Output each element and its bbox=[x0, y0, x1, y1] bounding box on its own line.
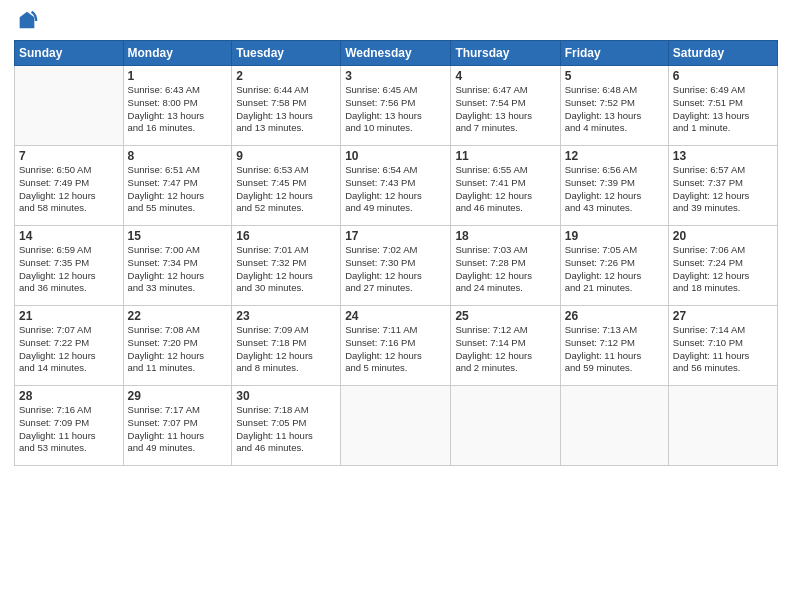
cell-info: Sunrise: 6:59 AM Sunset: 7:35 PM Dayligh… bbox=[19, 244, 119, 295]
calendar-cell: 16Sunrise: 7:01 AM Sunset: 7:32 PM Dayli… bbox=[232, 226, 341, 306]
cell-date: 17 bbox=[345, 229, 446, 243]
cell-info: Sunrise: 7:14 AM Sunset: 7:10 PM Dayligh… bbox=[673, 324, 773, 375]
calendar-cell: 24Sunrise: 7:11 AM Sunset: 7:16 PM Dayli… bbox=[341, 306, 451, 386]
cell-info: Sunrise: 6:44 AM Sunset: 7:58 PM Dayligh… bbox=[236, 84, 336, 135]
logo-icon bbox=[16, 10, 38, 32]
cell-date: 28 bbox=[19, 389, 119, 403]
calendar-cell: 25Sunrise: 7:12 AM Sunset: 7:14 PM Dayli… bbox=[451, 306, 560, 386]
calendar-cell: 29Sunrise: 7:17 AM Sunset: 7:07 PM Dayli… bbox=[123, 386, 232, 466]
cell-info: Sunrise: 7:16 AM Sunset: 7:09 PM Dayligh… bbox=[19, 404, 119, 455]
cell-info: Sunrise: 7:06 AM Sunset: 7:24 PM Dayligh… bbox=[673, 244, 773, 295]
cell-date: 20 bbox=[673, 229, 773, 243]
cell-date: 21 bbox=[19, 309, 119, 323]
cell-info: Sunrise: 7:07 AM Sunset: 7:22 PM Dayligh… bbox=[19, 324, 119, 375]
cell-date: 10 bbox=[345, 149, 446, 163]
cell-date: 18 bbox=[455, 229, 555, 243]
calendar-cell: 2Sunrise: 6:44 AM Sunset: 7:58 PM Daylig… bbox=[232, 66, 341, 146]
cell-info: Sunrise: 7:01 AM Sunset: 7:32 PM Dayligh… bbox=[236, 244, 336, 295]
cell-date: 8 bbox=[128, 149, 228, 163]
cell-date: 19 bbox=[565, 229, 664, 243]
calendar-cell: 27Sunrise: 7:14 AM Sunset: 7:10 PM Dayli… bbox=[668, 306, 777, 386]
calendar-table: SundayMondayTuesdayWednesdayThursdayFrid… bbox=[14, 40, 778, 466]
cell-info: Sunrise: 7:09 AM Sunset: 7:18 PM Dayligh… bbox=[236, 324, 336, 375]
cell-date: 30 bbox=[236, 389, 336, 403]
weekday-header: Sunday bbox=[15, 41, 124, 66]
logo bbox=[14, 10, 38, 32]
cell-date: 24 bbox=[345, 309, 446, 323]
cell-date: 27 bbox=[673, 309, 773, 323]
cell-info: Sunrise: 7:05 AM Sunset: 7:26 PM Dayligh… bbox=[565, 244, 664, 295]
calendar-cell: 13Sunrise: 6:57 AM Sunset: 7:37 PM Dayli… bbox=[668, 146, 777, 226]
calendar-cell: 3Sunrise: 6:45 AM Sunset: 7:56 PM Daylig… bbox=[341, 66, 451, 146]
cell-date: 23 bbox=[236, 309, 336, 323]
calendar-cell: 8Sunrise: 6:51 AM Sunset: 7:47 PM Daylig… bbox=[123, 146, 232, 226]
cell-date: 6 bbox=[673, 69, 773, 83]
calendar-cell bbox=[15, 66, 124, 146]
cell-info: Sunrise: 6:48 AM Sunset: 7:52 PM Dayligh… bbox=[565, 84, 664, 135]
calendar-cell: 7Sunrise: 6:50 AM Sunset: 7:49 PM Daylig… bbox=[15, 146, 124, 226]
weekday-header: Thursday bbox=[451, 41, 560, 66]
cell-date: 11 bbox=[455, 149, 555, 163]
calendar-cell: 12Sunrise: 6:56 AM Sunset: 7:39 PM Dayli… bbox=[560, 146, 668, 226]
cell-date: 3 bbox=[345, 69, 446, 83]
cell-info: Sunrise: 6:57 AM Sunset: 7:37 PM Dayligh… bbox=[673, 164, 773, 215]
weekday-header: Wednesday bbox=[341, 41, 451, 66]
cell-date: 25 bbox=[455, 309, 555, 323]
cell-info: Sunrise: 6:53 AM Sunset: 7:45 PM Dayligh… bbox=[236, 164, 336, 215]
calendar-cell: 14Sunrise: 6:59 AM Sunset: 7:35 PM Dayli… bbox=[15, 226, 124, 306]
cell-date: 29 bbox=[128, 389, 228, 403]
cell-info: Sunrise: 7:18 AM Sunset: 7:05 PM Dayligh… bbox=[236, 404, 336, 455]
calendar-cell bbox=[341, 386, 451, 466]
calendar-cell bbox=[668, 386, 777, 466]
calendar-cell: 4Sunrise: 6:47 AM Sunset: 7:54 PM Daylig… bbox=[451, 66, 560, 146]
cell-info: Sunrise: 7:17 AM Sunset: 7:07 PM Dayligh… bbox=[128, 404, 228, 455]
calendar-cell: 23Sunrise: 7:09 AM Sunset: 7:18 PM Dayli… bbox=[232, 306, 341, 386]
weekday-header: Tuesday bbox=[232, 41, 341, 66]
calendar-cell: 11Sunrise: 6:55 AM Sunset: 7:41 PM Dayli… bbox=[451, 146, 560, 226]
calendar-cell bbox=[451, 386, 560, 466]
calendar-cell: 28Sunrise: 7:16 AM Sunset: 7:09 PM Dayli… bbox=[15, 386, 124, 466]
cell-info: Sunrise: 7:03 AM Sunset: 7:28 PM Dayligh… bbox=[455, 244, 555, 295]
calendar-cell: 17Sunrise: 7:02 AM Sunset: 7:30 PM Dayli… bbox=[341, 226, 451, 306]
cell-date: 9 bbox=[236, 149, 336, 163]
cell-date: 16 bbox=[236, 229, 336, 243]
cell-info: Sunrise: 6:47 AM Sunset: 7:54 PM Dayligh… bbox=[455, 84, 555, 135]
cell-info: Sunrise: 7:13 AM Sunset: 7:12 PM Dayligh… bbox=[565, 324, 664, 375]
cell-date: 13 bbox=[673, 149, 773, 163]
cell-date: 22 bbox=[128, 309, 228, 323]
cell-date: 14 bbox=[19, 229, 119, 243]
calendar-cell: 15Sunrise: 7:00 AM Sunset: 7:34 PM Dayli… bbox=[123, 226, 232, 306]
calendar-week-row: 1Sunrise: 6:43 AM Sunset: 8:00 PM Daylig… bbox=[15, 66, 778, 146]
cell-date: 1 bbox=[128, 69, 228, 83]
weekday-header-row: SundayMondayTuesdayWednesdayThursdayFrid… bbox=[15, 41, 778, 66]
calendar-cell: 6Sunrise: 6:49 AM Sunset: 7:51 PM Daylig… bbox=[668, 66, 777, 146]
calendar-week-row: 7Sunrise: 6:50 AM Sunset: 7:49 PM Daylig… bbox=[15, 146, 778, 226]
cell-info: Sunrise: 7:11 AM Sunset: 7:16 PM Dayligh… bbox=[345, 324, 446, 375]
cell-date: 5 bbox=[565, 69, 664, 83]
cell-date: 26 bbox=[565, 309, 664, 323]
page: SundayMondayTuesdayWednesdayThursdayFrid… bbox=[0, 0, 792, 612]
calendar-cell: 22Sunrise: 7:08 AM Sunset: 7:20 PM Dayli… bbox=[123, 306, 232, 386]
cell-info: Sunrise: 7:02 AM Sunset: 7:30 PM Dayligh… bbox=[345, 244, 446, 295]
cell-info: Sunrise: 6:51 AM Sunset: 7:47 PM Dayligh… bbox=[128, 164, 228, 215]
cell-info: Sunrise: 6:54 AM Sunset: 7:43 PM Dayligh… bbox=[345, 164, 446, 215]
calendar-cell: 9Sunrise: 6:53 AM Sunset: 7:45 PM Daylig… bbox=[232, 146, 341, 226]
calendar-cell: 26Sunrise: 7:13 AM Sunset: 7:12 PM Dayli… bbox=[560, 306, 668, 386]
cell-info: Sunrise: 6:49 AM Sunset: 7:51 PM Dayligh… bbox=[673, 84, 773, 135]
cell-info: Sunrise: 7:12 AM Sunset: 7:14 PM Dayligh… bbox=[455, 324, 555, 375]
weekday-header: Monday bbox=[123, 41, 232, 66]
header bbox=[14, 10, 778, 32]
calendar-cell bbox=[560, 386, 668, 466]
weekday-header: Friday bbox=[560, 41, 668, 66]
calendar-cell: 10Sunrise: 6:54 AM Sunset: 7:43 PM Dayli… bbox=[341, 146, 451, 226]
calendar-cell: 19Sunrise: 7:05 AM Sunset: 7:26 PM Dayli… bbox=[560, 226, 668, 306]
cell-date: 7 bbox=[19, 149, 119, 163]
cell-date: 4 bbox=[455, 69, 555, 83]
cell-info: Sunrise: 7:00 AM Sunset: 7:34 PM Dayligh… bbox=[128, 244, 228, 295]
cell-info: Sunrise: 6:45 AM Sunset: 7:56 PM Dayligh… bbox=[345, 84, 446, 135]
cell-info: Sunrise: 6:56 AM Sunset: 7:39 PM Dayligh… bbox=[565, 164, 664, 215]
cell-info: Sunrise: 6:43 AM Sunset: 8:00 PM Dayligh… bbox=[128, 84, 228, 135]
calendar-cell: 20Sunrise: 7:06 AM Sunset: 7:24 PM Dayli… bbox=[668, 226, 777, 306]
cell-info: Sunrise: 7:08 AM Sunset: 7:20 PM Dayligh… bbox=[128, 324, 228, 375]
calendar-week-row: 14Sunrise: 6:59 AM Sunset: 7:35 PM Dayli… bbox=[15, 226, 778, 306]
